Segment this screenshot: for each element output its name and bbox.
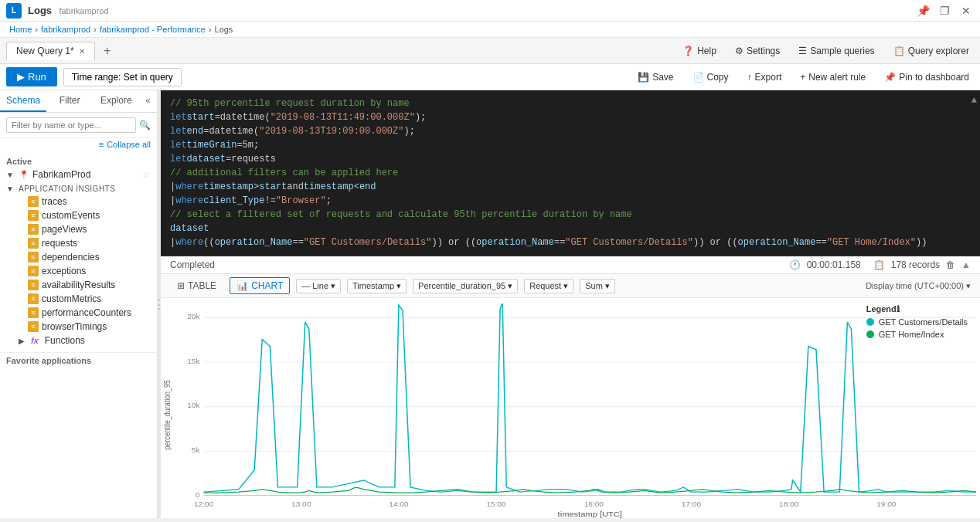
tab-bar: New Query 1* ✕ + ❓ Help ⚙ Settings ☰ Sam… [0, 38, 980, 64]
chevron-down-icon: ▾ [331, 281, 335, 291]
svg-text:12:00: 12:00 [194, 500, 213, 507]
tab-explore[interactable]: Explore [93, 90, 139, 112]
fx-icon: fx [31, 336, 39, 345]
export-icon: ↑ [747, 72, 752, 83]
customers-details-line [204, 303, 976, 492]
search-icon: 🔍 [139, 120, 151, 130]
code-line-9: // select a filtered set of requests and… [170, 208, 971, 222]
x-axis-label: timestamp [UTC] [558, 510, 622, 518]
tree-item-performancecounters[interactable]: ≡ performanceCounters [3, 306, 151, 320]
pin-icon: 📌 [884, 72, 896, 83]
code-line-10: dataset [170, 222, 971, 236]
fabrikamprod-item[interactable]: ▼ 📍 FabrikamProd ☆ [0, 168, 157, 181]
run-button[interactable]: ▶ Run [6, 67, 57, 86]
tree-section: Active ▼ 📍 FabrikamProd ☆ ▼ APPLICATION … [0, 151, 157, 518]
copy-button[interactable]: 📄 Copy [688, 70, 733, 84]
table-icon: ≡ [28, 293, 39, 304]
legend-title: Legendℹ [866, 304, 968, 314]
results-bar: Completed 🕐 00:00:01.158 📋 178 records 🗑… [161, 256, 980, 274]
copy-icon: 📄 [692, 72, 704, 83]
results-left: Completed [170, 259, 215, 270]
functions-item[interactable]: ▶ fx Functions [3, 334, 151, 347]
active-section-label: Active [0, 154, 157, 168]
breadcrumb-current: Logs [215, 25, 233, 34]
code-line-6: // additional filters can be applied her… [170, 166, 971, 180]
split-col-select[interactable]: Request ▾ [524, 279, 573, 293]
collapse-icon: ≡ [99, 140, 104, 149]
tree-item-traces[interactable]: ≡ traces [3, 195, 151, 208]
tree-item-dependencies[interactable]: ≡ dependencies [3, 250, 151, 264]
time-range-button[interactable]: Time range: Set in query [63, 68, 182, 86]
delete-results-icon[interactable]: 🗑 [946, 259, 955, 270]
help-button[interactable]: ❓ Help [678, 44, 721, 58]
settings-button[interactable]: ⚙ Settings [730, 44, 784, 58]
new-alert-button[interactable]: + New alert rule [795, 70, 870, 84]
query-tab[interactable]: New Query 1* ✕ [6, 42, 95, 60]
scroll-up-icon[interactable]: ▲ [971, 93, 977, 107]
collapse-all-button[interactable]: ≡ Collapse all [99, 140, 151, 149]
tree-item-requests[interactable]: ≡ requests [3, 236, 151, 250]
tree-item-availabilityresults[interactable]: ≡ availabilityResults [3, 278, 151, 292]
chart-area: percentile_duration_95 20k 15k 10k 5k 0 … [161, 298, 980, 518]
table-icon: ≡ [28, 280, 39, 290]
chevron-down-icon: ▾ [508, 281, 512, 291]
legend-item-customers: GET Customers/Details [866, 317, 968, 327]
sample-queries-button[interactable]: ☰ Sample queries [794, 44, 879, 58]
agg-select[interactable]: Sum ▾ [580, 279, 615, 293]
results-right: 🕐 00:00:01.158 📋 178 records 🗑 ▲ [789, 259, 971, 270]
info-icon[interactable]: ℹ [897, 304, 900, 314]
breadcrumb-fabrikamprod[interactable]: fabrikamprod [41, 25, 90, 34]
tab-filter[interactable]: Filter [46, 90, 93, 112]
save-button[interactable]: 💾 Save [633, 70, 678, 84]
main-content: Schema Filter Explore « 🔍 ≡ Collapse all… [0, 90, 980, 518]
chevron-down-icon: ▾ [966, 281, 971, 291]
breadcrumb-home[interactable]: Home [9, 25, 32, 34]
code-editor[interactable]: ▲ // 95th percentile request duration by… [161, 90, 980, 256]
tree-item-customevents[interactable]: ≡ customEvents [3, 208, 151, 222]
tree-item-browsertimings[interactable]: ≡ browserTimings [3, 320, 151, 334]
collapse-left-panel-button[interactable]: « [139, 90, 157, 112]
search-input[interactable] [6, 117, 136, 133]
clock-icon: 🕐 [789, 259, 801, 270]
display-time-select[interactable]: Display time (UTC+00:00) ▾ [866, 281, 971, 291]
table-icon: ≡ [28, 210, 39, 221]
toolbar: ▶ Run Time range: Set in query 💾 Save 📄 … [0, 64, 980, 90]
records-icon: 📋 [873, 259, 885, 270]
query-explorer-button[interactable]: 📋 Query explorer [889, 44, 974, 58]
restore-window-button[interactable]: ❐ [937, 3, 952, 19]
scroll-top-icon[interactable]: ▲ [961, 259, 971, 270]
tab-schema[interactable]: Schema [0, 90, 46, 112]
tree-item-pageviews[interactable]: ≡ pageViews [3, 222, 151, 236]
chevron-down-icon: ▾ [563, 281, 568, 291]
tab-close-icon[interactable]: ✕ [79, 47, 85, 56]
svg-text:5k: 5k [192, 446, 200, 454]
table-icon: ≡ [28, 238, 39, 249]
breadcrumb-performance[interactable]: fabrikamprod - Performance [100, 25, 206, 34]
table-view-button[interactable]: ⊞ TABLE [170, 277, 223, 294]
line-icon: — [301, 281, 310, 290]
left-panel: Schema Filter Explore « 🔍 ≡ Collapse all… [0, 90, 158, 518]
breadcrumb: Home › fabrikamprod › fabrikamprod - Per… [0, 22, 980, 38]
line-type-select[interactable]: — Line ▾ [296, 279, 341, 293]
svg-text:10k: 10k [187, 402, 200, 409]
add-tab-button[interactable]: + [98, 42, 117, 60]
close-window-button[interactable]: ✕ [958, 3, 974, 19]
left-tabs: Schema Filter Explore « [0, 90, 157, 113]
tree-item-custommetrics[interactable]: ≡ customMetrics [3, 292, 151, 306]
pin-window-button[interactable]: 📌 [915, 3, 931, 19]
star-icon[interactable]: ☆ [142, 169, 151, 180]
table-icon: ≡ [28, 266, 39, 276]
insights-header[interactable]: ▼ APPLICATION INSIGHTS [3, 183, 151, 195]
svg-text:0: 0 [196, 491, 200, 499]
table-icon: ≡ [28, 307, 39, 318]
tree-item-exceptions[interactable]: ≡ exceptions [3, 264, 151, 278]
pin-dashboard-button[interactable]: 📌 Pin to dashboard [880, 70, 974, 84]
timestamp-col-select[interactable]: Timestamp ▾ [347, 279, 407, 293]
export-button[interactable]: ↑ Export [743, 70, 787, 84]
chevron-down-icon: ▾ [605, 281, 610, 291]
chart-view-button[interactable]: 📊 CHART [230, 277, 290, 294]
chevron-down-icon: ▾ [396, 281, 401, 291]
insights-expand-icon: ▼ [6, 185, 15, 193]
search-box: 🔍 [0, 113, 157, 138]
y-col-select[interactable]: Percentile_duration_95 ▾ [413, 279, 518, 293]
